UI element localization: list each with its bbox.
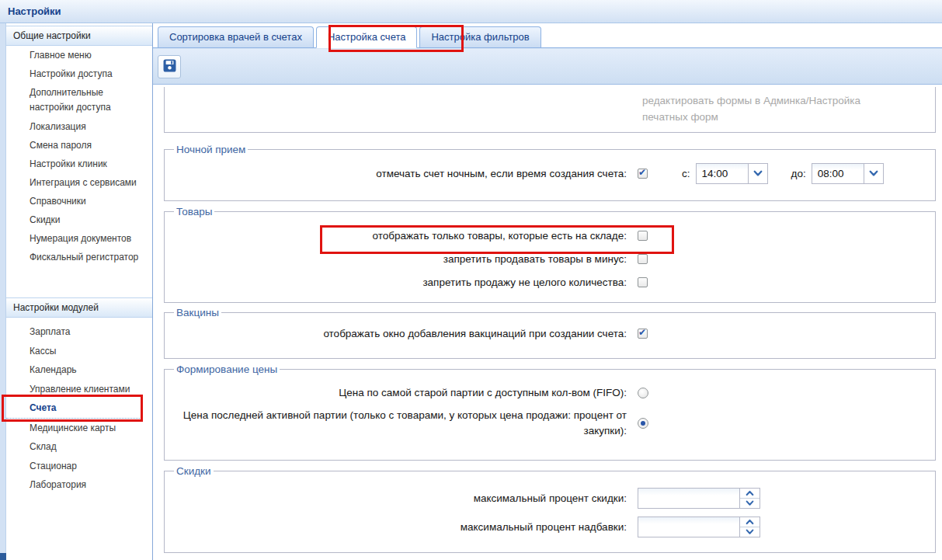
time-to-combo[interactable]: 08:00	[812, 163, 884, 184]
night-checkbox[interactable]	[638, 169, 648, 179]
goods-fractional-checkbox[interactable]	[638, 277, 648, 287]
sidebar-item-clinic-settings[interactable]: Настройки клиник	[6, 155, 152, 173]
fieldset-vaccines: Вакцины отображать окно добавления вакци…	[164, 307, 936, 359]
time-from-value[interactable]: 14:00	[697, 164, 748, 183]
invoice-settings-form: редактировать формы в Админка/Настройка …	[153, 85, 942, 560]
chevron-down-icon[interactable]	[740, 499, 760, 508]
fieldset-pricing: Формирование цены Цена по самой старой п…	[164, 363, 936, 461]
goods-row-in-stock: отображать только товары, которые есть н…	[172, 225, 927, 246]
sidebar-item-client-management[interactable]: Управление клиентами	[6, 380, 152, 399]
sidebar-group-general[interactable]: Общие настройки	[6, 26, 152, 46]
sidebar-item-cash-registers[interactable]: Кассы	[6, 342, 152, 361]
discount-max-percent-row: максимальный процент скидки:	[172, 488, 927, 509]
printed-forms-hint: редактировать формы в Админка/Настройка …	[642, 92, 883, 125]
night-checkbox-label: отмечать счет ночным, если время создани…	[172, 166, 633, 182]
pricing-row-last-batch: Цена последней активной партии (только с…	[172, 408, 927, 439]
sidebar-item-directories[interactable]: Справочники	[6, 192, 152, 210]
pricing-fifo-label: Цена по самой старой партии с доступным …	[172, 385, 633, 401]
fieldset-legend-pricing: Формирование цены	[174, 363, 280, 375]
fieldset-printed-forms: редактировать формы в Админка/Настройка …	[164, 87, 936, 133]
tab-filter-settings[interactable]: Настройка фильтров	[419, 26, 541, 47]
sidebar-item-medical-cards[interactable]: Медицинские карты	[6, 419, 152, 438]
sidebar-group-modules-items: Зарплата Кассы Календарь Управление клие…	[6, 318, 152, 495]
goods-row-fractional: запретить продажу не целого количества:	[172, 272, 927, 293]
sidebar-group-modules-block: Настройки модулей Зарплата Кассы Календа…	[6, 297, 152, 495]
chevron-up-icon[interactable]	[740, 517, 760, 527]
tab-doctor-sorting[interactable]: Сортировка врачей в счетах	[158, 26, 314, 47]
sidebar-item-discounts[interactable]: Скидки	[6, 210, 152, 229]
sidebar-item-invoices[interactable]: Счета	[6, 398, 141, 419]
main-panel: Сортировка врачей в счетах Настройка сче…	[153, 23, 942, 560]
markup-max-percent-label: максимальный процент надбавки:	[172, 520, 633, 535]
pricing-fifo-radio[interactable]	[638, 388, 648, 398]
discount-max-percent-input[interactable]	[638, 489, 739, 508]
fieldset-discounts: Скидки максимальный процент скидки:	[164, 465, 936, 553]
goods-negative-label: запретить продавать товары в минус:	[172, 252, 633, 267]
chevron-down-icon[interactable]	[740, 527, 760, 537]
discount-max-percent-label: максимальный процент скидки:	[172, 491, 633, 506]
tab-bar: Сортировка врачей в счетах Настройка сче…	[153, 23, 942, 48]
night-row: отмечать счет ночным, если время создани…	[172, 163, 927, 184]
fieldset-legend-goods: Товары	[174, 206, 214, 217]
window-title: Настройки	[8, 5, 61, 17]
spinner-buttons	[739, 489, 760, 508]
window-frame-strip	[0, 23, 6, 554]
vaccines-checkbox[interactable]	[638, 329, 648, 339]
vaccines-label: отображать окно добавления вакцинаций пр…	[172, 326, 633, 342]
sidebar-item-fiscal-registrar[interactable]: Фискальный регистратор	[6, 248, 152, 266]
goods-fractional-label: запретить продажу не целого количества:	[172, 275, 633, 290]
markup-max-percent-spinner	[638, 517, 760, 537]
pricing-last-batch-radio[interactable]	[638, 418, 648, 429]
goods-negative-checkbox[interactable]	[638, 254, 648, 264]
time-to-value[interactable]: 08:00	[812, 164, 864, 183]
sidebar-item-salary[interactable]: Зарплата	[6, 322, 152, 342]
markup-max-percent-row: максимальный процент надбавки:	[172, 517, 927, 537]
time-from-label: с:	[682, 168, 690, 179]
sidebar-item-localization[interactable]: Локализация	[6, 117, 152, 136]
fieldset-goods: Товары отображать только товары, которые…	[164, 206, 936, 303]
sidebar-group-modules[interactable]: Настройки модулей	[6, 297, 152, 318]
chevron-up-icon[interactable]	[740, 489, 760, 499]
sidebar-item-additional-access[interactable]: Дополнительные настройки доступа	[6, 83, 152, 117]
pricing-last-batch-label: Цена последней активной партии (только с…	[172, 408, 633, 439]
tab-invoice-settings[interactable]: Настройка счета	[316, 26, 418, 48]
time-from-combo[interactable]: 14:00	[696, 163, 768, 184]
spinner-buttons	[739, 517, 760, 537]
sidebar-item-integrations[interactable]: Интеграция с сервисами	[6, 173, 152, 192]
settings-window: Настройки Общие настройки Главное меню Н…	[0, 0, 942, 560]
save-button[interactable]	[158, 55, 181, 78]
sidebar-group-general-items: Главное меню Настройки доступа Дополните…	[6, 46, 152, 266]
pricing-row-fifo: Цена по самой старой партии с доступным …	[172, 382, 927, 403]
markup-max-percent-input[interactable]	[638, 517, 739, 537]
sidebar-item-change-password[interactable]: Смена пароля	[6, 136, 152, 155]
fieldset-legend-vaccines: Вакцины	[174, 307, 221, 318]
window-titlebar: Настройки	[0, 0, 942, 23]
sidebar-item-access-settings[interactable]: Настройки доступа	[6, 64, 152, 83]
sidebar-item-hospital[interactable]: Стационар	[6, 457, 152, 476]
chevron-down-icon[interactable]	[864, 164, 883, 183]
vaccines-row: отображать окно добавления вакцинаций пр…	[172, 323, 927, 344]
fieldset-night-reception: Ночной прием отмечать счет ночным, если …	[164, 144, 936, 201]
discount-max-percent-spinner	[638, 488, 760, 509]
fieldset-legend-night: Ночной прием	[174, 144, 248, 155]
floppy-disk-icon	[163, 59, 176, 75]
fieldset-legend-discounts: Скидки	[174, 465, 214, 477]
goods-in-stock-label: отображать только товары, которые есть н…	[172, 228, 633, 244]
chevron-down-icon[interactable]	[748, 164, 767, 183]
sidebar-item-calendar[interactable]: Календарь	[6, 360, 152, 380]
goods-in-stock-checkbox[interactable]	[638, 231, 648, 241]
toolbar	[153, 48, 942, 85]
sidebar-item-warehouse[interactable]: Склад	[6, 437, 152, 457]
time-to-label: до:	[791, 168, 806, 179]
goods-row-negative: запретить продавать товары в минус:	[172, 249, 927, 270]
sidebar-item-document-numbering[interactable]: Нумерация документов	[6, 229, 152, 248]
sidebar-item-laboratory[interactable]: Лаборатория	[6, 475, 152, 495]
settings-sidebar: Общие настройки Главное меню Настройки д…	[6, 23, 153, 560]
sidebar-item-main-menu[interactable]: Главное меню	[6, 46, 152, 64]
